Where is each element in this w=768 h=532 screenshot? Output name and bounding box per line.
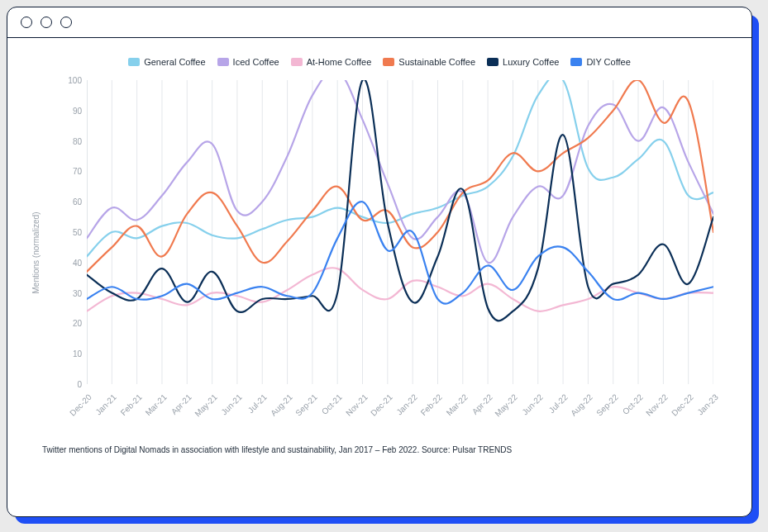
x-tick-label: Jan-23	[695, 392, 719, 416]
x-tick-label: Aug-21	[269, 392, 294, 418]
series-group	[87, 80, 713, 321]
x-tick-label: Sep-22	[594, 392, 620, 418]
x-tick-label: Jul-22	[547, 392, 570, 415]
legend-label: General Coffee	[144, 57, 205, 67]
x-tick-label: Dec-21	[369, 392, 394, 418]
legend-label: At-Home Coffee	[307, 57, 372, 67]
legend-item[interactable]: At-Home Coffee	[291, 57, 372, 67]
chart-wrap: Mentions (normalized) 010203040506070809…	[42, 75, 717, 430]
window-control-dot[interactable]	[21, 17, 32, 28]
x-tick-label: Nov-21	[344, 392, 370, 418]
x-tick-label: May-21	[193, 392, 218, 418]
y-tick-label: 40	[57, 258, 82, 267]
x-tick-label: Jun-21	[219, 392, 243, 416]
legend-label: Iced Coffee	[233, 57, 279, 67]
legend-swatch	[487, 58, 498, 66]
x-tick-label: Feb-22	[419, 392, 444, 417]
x-tick-label: Jan-22	[395, 392, 419, 416]
x-tick-label: Oct-21	[320, 392, 344, 416]
screenshot-stage: General CoffeeIced CoffeeAt-Home CoffeeS…	[0, 0, 768, 532]
legend-label: Sustainable Coffee	[398, 57, 475, 67]
x-axis-ticks: Dec-20Jan-21Feb-21Mar-21Apr-21May-21Jun-…	[87, 387, 713, 430]
x-tick-label: Mar-22	[444, 392, 469, 417]
y-tick-label: 10	[57, 349, 82, 359]
y-axis-ticks: 0102030405060708090100	[57, 75, 82, 430]
legend-swatch	[570, 58, 582, 66]
browser-window: General CoffeeIced CoffeeAt-Home CoffeeS…	[7, 7, 752, 517]
x-tick-label: Jun-22	[520, 392, 544, 416]
y-tick-label: 0	[57, 380, 82, 389]
y-tick-label: 80	[57, 136, 82, 145]
x-tick-label: Feb-21	[118, 392, 143, 417]
legend-swatch	[217, 58, 229, 66]
y-tick-label: 20	[57, 319, 82, 328]
x-tick-label: Apr-21	[169, 392, 193, 416]
y-axis-label: Mentions (normalized)	[31, 212, 41, 294]
chart-legend: General CoffeeIced CoffeeAt-Home CoffeeS…	[42, 57, 717, 67]
y-tick-label: 90	[57, 106, 82, 115]
x-tick-label: Oct-22	[621, 392, 645, 416]
legend-swatch	[291, 58, 303, 66]
window-titlebar	[7, 7, 751, 38]
plot-area	[87, 80, 713, 384]
x-tick-label: Dec-22	[670, 392, 695, 418]
x-tick-label: Apr-22	[470, 392, 494, 416]
window-control-dot[interactable]	[41, 17, 52, 28]
y-tick-label: 70	[57, 167, 82, 176]
y-tick-label: 60	[57, 197, 82, 207]
legend-item[interactable]: DIY Coffee	[570, 57, 630, 67]
x-tick-label: Mar-21	[144, 392, 169, 417]
legend-item[interactable]: General Coffee	[128, 57, 205, 67]
chart-content: General CoffeeIced CoffeeAt-Home CoffeeS…	[7, 37, 751, 516]
legend-label: DIY Coffee	[586, 57, 630, 67]
chart-caption: Twitter mentions of Digital Nomads in as…	[42, 445, 717, 454]
x-tick-label: Jul-21	[246, 392, 269, 415]
x-tick-label: May-22	[494, 392, 519, 418]
y-tick-label: 30	[57, 288, 82, 297]
y-tick-label: 50	[57, 228, 82, 237]
window-control-dot[interactable]	[60, 17, 72, 28]
x-tick-label: Sep-21	[293, 392, 319, 418]
y-tick-label: 100	[57, 76, 82, 85]
legend-swatch	[383, 58, 394, 66]
legend-item[interactable]: Luxury Coffee	[487, 57, 559, 67]
legend-swatch	[128, 58, 140, 66]
chart-svg	[87, 80, 713, 384]
x-tick-label: Aug-22	[570, 392, 595, 418]
legend-item[interactable]: Sustainable Coffee	[383, 57, 475, 67]
series-line	[87, 80, 713, 263]
x-tick-label: Jan-21	[94, 392, 118, 416]
legend-item[interactable]: Iced Coffee	[217, 57, 279, 67]
gridlines	[87, 80, 713, 384]
legend-label: Luxury Coffee	[503, 57, 559, 67]
x-tick-label: Nov-22	[645, 392, 670, 418]
